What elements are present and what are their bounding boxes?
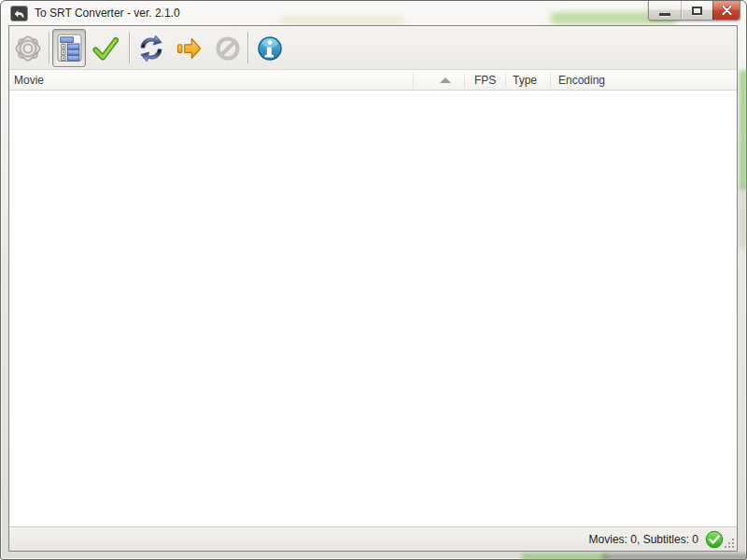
sort-ascending-icon [440, 77, 451, 83]
minimize-button[interactable] [649, 1, 681, 20]
table-header: Movie FPS Type Encoding [9, 70, 737, 91]
app-curved-arrow-icon[interactable] [10, 6, 28, 21]
cancel-button[interactable] [212, 31, 244, 65]
frame-glass-smear [740, 184, 747, 249]
screen: To SRT Converter - ver. 2.1.0 [0, 0, 747, 560]
minimize-dash-icon [659, 13, 670, 16]
tree-list-icon [57, 34, 82, 63]
status-bar: Movies: 0, Subtitles: 0 [9, 526, 737, 551]
client-area: Movie FPS Type Encoding Movies: 0, Subti… [8, 25, 738, 552]
window-controls [648, 1, 740, 21]
column-header-encoding[interactable]: Encoding [558, 74, 605, 87]
column-header-fps[interactable]: FPS [474, 74, 496, 87]
column-header-type[interactable]: Type [513, 74, 537, 87]
resize-grip[interactable] [732, 546, 734, 548]
frame-glass-smear [522, 553, 608, 560]
close-button[interactable] [712, 1, 740, 20]
toolbar-separator [129, 32, 130, 63]
status-text: Movies: 0, Subtitles: 0 [589, 533, 698, 546]
settings-button[interactable] [12, 31, 44, 65]
header-divider [413, 72, 414, 88]
header-divider [550, 72, 551, 88]
window-title: To SRT Converter - ver. 2.1.0 [35, 7, 180, 20]
frame-glass-smear [602, 553, 747, 560]
orange-arrow-icon [174, 34, 204, 63]
gear-icon [13, 34, 43, 63]
validate-button[interactable] [90, 31, 121, 65]
maximize-button[interactable] [681, 1, 712, 20]
header-divider [505, 72, 506, 88]
header-divider [464, 72, 465, 88]
about-button[interactable] [254, 31, 286, 65]
view-list-toggle-button[interactable] [52, 29, 86, 67]
frame-glass-smear [740, 70, 747, 189]
convert-button[interactable] [173, 31, 204, 65]
toolbar-separator [247, 32, 248, 63]
blocked-circle-icon [213, 34, 243, 63]
curved-arrow-glyph [12, 7, 26, 20]
column-header-movie[interactable]: Movie [14, 74, 44, 87]
info-icon [255, 34, 285, 63]
app-window: To SRT Converter - ver. 2.1.0 [0, 0, 747, 560]
close-x-icon [722, 6, 732, 15]
refresh-button[interactable] [135, 31, 167, 65]
status-ok-icon [705, 530, 724, 549]
titlebar[interactable]: To SRT Converter - ver. 2.1.0 [1, 1, 746, 25]
toolbar-separator [49, 32, 49, 63]
maximize-square-icon [692, 7, 702, 15]
refresh-arrows-icon [136, 34, 166, 63]
movie-list-body[interactable] [9, 91, 737, 526]
toolbar [9, 26, 737, 70]
green-check-icon [91, 34, 120, 63]
